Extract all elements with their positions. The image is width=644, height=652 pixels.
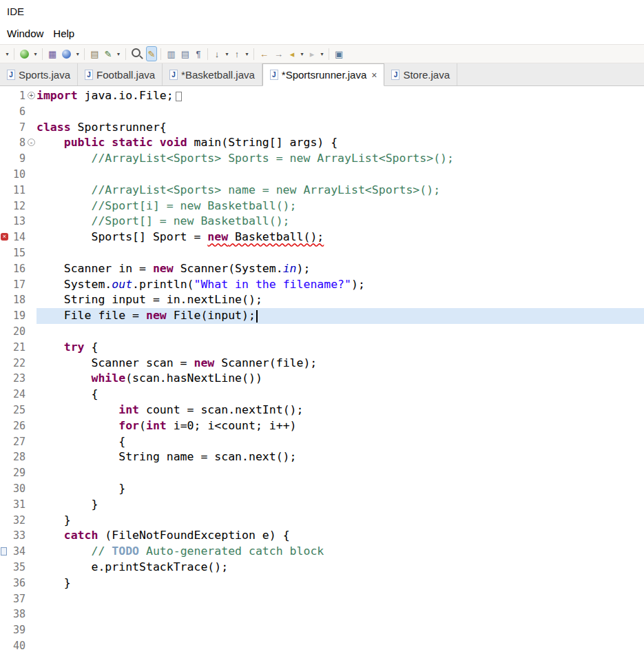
task-marker-icon[interactable] (1, 547, 7, 556)
java-file-icon: J (169, 70, 178, 80)
close-tab-icon[interactable]: × (371, 70, 377, 80)
debug-dropdown[interactable]: ▾ (74, 46, 81, 61)
new-editor-window-button[interactable]: ▣ (333, 46, 345, 61)
code-text: } (37, 481, 644, 497)
code-line: 39 (0, 622, 644, 638)
marker-column (0, 638, 9, 652)
code-text: Scanner in = new Scanner(System.in); (37, 261, 644, 277)
prev-annotation-button[interactable]: ↑ (231, 46, 242, 61)
marker-column (0, 465, 9, 481)
pilcrow-button[interactable]: ¶ (193, 46, 204, 61)
error-marker-icon[interactable]: × (1, 233, 8, 241)
code-line: 8- public static void main(String[] args… (0, 135, 644, 151)
fold-column (25, 261, 37, 277)
marker-column (0, 622, 9, 638)
fold-expanded-icon[interactable]: - (28, 139, 35, 146)
code-text: } (37, 497, 644, 513)
show-whitespace-button[interactable]: ▥ (165, 46, 177, 61)
window-title: IDE (0, 0, 644, 23)
code-text: //Sport[] = new Basketball(); (37, 214, 644, 230)
fold-column (25, 607, 37, 622)
code-line: 33 catch (FileNotFoundException e) { (0, 528, 644, 544)
fold-collapsed-icon[interactable]: + (28, 92, 35, 99)
marker-column (0, 434, 9, 450)
marker-column (0, 356, 9, 371)
line-number: 21 (9, 340, 25, 356)
code-editor[interactable]: 1+import java.io.File;67class Sportsrunn… (0, 86, 644, 652)
line-number: 17 (9, 277, 25, 293)
tab-sportsjava[interactable]: JSports.java (0, 63, 78, 85)
print-button[interactable]: ▤ (88, 46, 101, 61)
external-tools-button[interactable]: ✎ (103, 46, 114, 61)
line-number: 7 (9, 120, 25, 136)
code-line: 37 (0, 591, 644, 607)
tab-footballjava[interactable]: JFootball.java (78, 63, 163, 85)
line-number: 35 (9, 560, 25, 575)
code-line: 38 (0, 607, 644, 622)
code-text: //ArrayList<Sports> Sports = new ArrayLi… (37, 151, 644, 167)
fold-column (25, 638, 37, 652)
code-text: //ArrayList<Sports> name = new ArrayList… (37, 183, 644, 198)
line-number: 22 (9, 356, 25, 371)
code-text: catch (FileNotFoundException e) { (37, 528, 644, 544)
tab-sportsrunnerjava[interactable]: J*Sportsrunner.java× (262, 63, 385, 86)
forward-dropdown[interactable]: ▾ (319, 46, 325, 61)
fold-column (25, 513, 37, 529)
java-file-icon: J (391, 70, 399, 80)
toolbar-separator (160, 48, 161, 60)
marker-column (0, 449, 9, 465)
fold-column (25, 292, 37, 308)
debug-button[interactable] (60, 46, 73, 61)
code-line: 22 Scanner scan = new Scanner(file); (0, 356, 644, 371)
code-line: 29 (0, 465, 644, 481)
next-annotation-dropdown[interactable]: ▾ (224, 46, 230, 61)
fold-column (25, 449, 37, 465)
tab-label: Football.java (96, 69, 155, 81)
line-number: 28 (9, 449, 25, 465)
line-number: 23 (9, 371, 25, 387)
forward-button[interactable]: ▸ (307, 46, 318, 61)
fold-column (25, 167, 37, 183)
next-annotation-button[interactable]: ↓ (211, 46, 222, 61)
back-button[interactable]: ◂ (287, 46, 298, 61)
code-text: File file = new File(input); (37, 308, 644, 324)
folded-region-box[interactable] (176, 92, 182, 101)
prev-annotation-dropdown[interactable]: ▾ (244, 46, 250, 61)
code-text: public static void main(String[] args) { (37, 135, 644, 151)
marker-column (0, 120, 9, 136)
code-text: Sports[] Sport = new Basketball(); (37, 230, 644, 245)
marker-column (0, 418, 9, 434)
run-dropdown[interactable]: ▾ (32, 46, 39, 61)
fold-column (25, 198, 37, 214)
java-search-button[interactable] (129, 46, 145, 61)
new-java-project-button[interactable]: ▦ (46, 46, 59, 61)
back-dropdown[interactable]: ▾ (299, 46, 305, 61)
marker-column (0, 324, 9, 340)
line-number: 27 (9, 434, 25, 450)
code-text: //Sport[i] = new Basketball(); (37, 198, 644, 214)
line-number: 6 (9, 104, 25, 120)
last-edit-location-button[interactable]: ← (258, 46, 271, 61)
code-text: String name = scan.next(); (37, 449, 644, 465)
run-button[interactable] (18, 46, 31, 61)
mark-occurrences-toggle[interactable]: ✎ (146, 46, 158, 61)
menu-window[interactable]: Window (7, 28, 43, 39)
marker-column (0, 575, 9, 591)
code-text: // TODO Auto-generated catch block (37, 544, 644, 560)
show-source-button[interactable]: ▤ (179, 46, 191, 61)
code-line: 31 } (0, 497, 644, 513)
previous-edit-location-button[interactable]: → (272, 46, 285, 61)
marker-column (0, 591, 9, 607)
toolbar-separator (14, 48, 14, 60)
toolbar-separator (207, 48, 208, 60)
fold-column (25, 183, 37, 198)
tab-storejava[interactable]: JStore.java (384, 63, 457, 85)
marker-column (0, 151, 9, 167)
line-number: 26 (9, 418, 25, 434)
tab-basketballjava[interactable]: J*Basketball.java (163, 63, 262, 85)
marker-column (0, 261, 9, 277)
external-tools-dropdown[interactable]: ▾ (116, 46, 122, 61)
quick-access-dropdown[interactable]: ▾ (4, 46, 10, 61)
marker-column (0, 528, 9, 544)
menu-help[interactable]: Help (53, 28, 74, 39)
